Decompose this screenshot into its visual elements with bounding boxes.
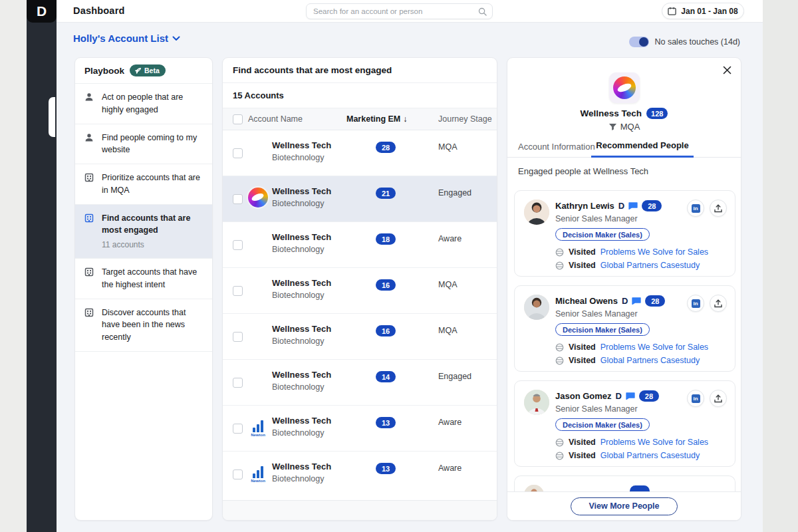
search-box (306, 3, 493, 19)
linkedin-button[interactable]: in (687, 390, 704, 407)
person-card: Micheal Owens D 28 Senior Sales Manager … (514, 285, 735, 372)
linkedin-button[interactable]: in (687, 200, 704, 217)
account-industry: Biotechnology (272, 291, 331, 300)
newton-logo-label: Newton (251, 433, 265, 437)
people-cards: Kathryn Lewis D 28 Senior Sales Manager … (514, 190, 735, 504)
table-row[interactable]: Newton Wellness TechBiotechnology 13 Awa… (223, 452, 497, 497)
playbook-item[interactable]: Target accounts that have the highest in… (75, 258, 212, 299)
playbook-item[interactable]: Prioritize accounts that are in MQA (75, 164, 212, 204)
sales-touches-toggle-label: No sales touches (14d) (654, 37, 740, 47)
row-checkbox[interactable] (233, 378, 243, 388)
visited-page-link[interactable]: Global Partners Casestudy (600, 356, 700, 365)
sales-touches-toggle-group: No sales touches (14d) (629, 37, 740, 47)
date-range-label: Jan 01 - Jan 08 (681, 7, 737, 16)
column-account-name[interactable]: Account Name (248, 114, 303, 124)
toggle-knob (639, 37, 648, 47)
select-all-checkbox[interactable] (233, 114, 243, 124)
linkedin-icon: in (692, 394, 700, 403)
demandbase-icon: D (616, 392, 622, 400)
journey-stage-value: MQA (438, 142, 457, 152)
avatar (524, 390, 549, 415)
sales-touches-toggle[interactable] (629, 37, 649, 47)
person-name: Kathryn Lewis (555, 201, 614, 211)
journey-stage-value: Aware (438, 418, 462, 427)
playbook-item[interactable]: Act on people that are highly engaged (75, 83, 212, 124)
visit-row: Visited Global Partners Casestudy (555, 451, 726, 460)
visited-page-link[interactable]: Global Partners Casestudy (600, 261, 700, 270)
person-name: Jason Gomez (555, 391, 612, 401)
playbook-item[interactable]: Find people coming to my website (75, 124, 212, 164)
building-icon (84, 173, 94, 182)
role-badge: Decision Maker (Sales) (555, 228, 650, 241)
table-row[interactable]: Wellness TechBiotechnology 28 MQA (223, 130, 497, 176)
divider (75, 351, 212, 352)
rocket-icon (134, 67, 142, 74)
marketing-em-badge: 13 (376, 463, 396, 474)
playbook-item-selected[interactable]: Find accounts that are most engaged 11 a… (75, 204, 212, 259)
globe-icon (555, 248, 564, 257)
row-checkbox[interactable] (233, 286, 243, 296)
account-list-dropdown[interactable]: Holly's Account List (73, 33, 180, 44)
playbook-panel: Playbook Beta Act on people that are hig… (74, 57, 213, 521)
table-row-selected[interactable]: Wellness TechBiotechnology 21 Engaged (223, 176, 497, 222)
marketing-em-badge: 18 (376, 233, 396, 245)
column-marketing-em-label: Marketing EM (346, 114, 400, 124)
export-icon (714, 204, 722, 213)
account-name: Wellness Tech (272, 232, 331, 242)
row-checkbox[interactable] (233, 240, 243, 250)
table-row[interactable]: Wellness TechBiotechnology 16 MQA (223, 314, 497, 360)
beta-label: Beta (144, 66, 160, 74)
table-row[interactable]: Wellness TechBiotechnology 14 Engaged (223, 360, 497, 406)
tab-recommended-people[interactable]: Recommended People (591, 135, 694, 158)
table-row[interactable]: Wellness TechBiotechnology 16 MQA (223, 268, 497, 314)
search-input[interactable] (313, 4, 469, 19)
journey-stage-value: Engaged (438, 188, 471, 198)
linkedin-button[interactable]: in (687, 295, 704, 312)
playbook-item-label: Find accounts that are most engaged (102, 213, 190, 235)
visit-row: Visited Global Partners Casestudy (555, 261, 726, 270)
playbook-item-label: Act on people that are highly engaged (102, 92, 183, 114)
row-checkbox[interactable] (233, 424, 243, 434)
table-row[interactable]: Newton Wellness TechBiotechnology 13 Awa… (223, 406, 497, 452)
visited-page-link[interactable]: Problems We Solve for Sales (600, 247, 708, 257)
beta-badge: Beta (130, 65, 166, 76)
visited-page-link[interactable]: Problems We Solve for Sales (600, 342, 708, 352)
visited-page-link[interactable]: Problems We Solve for Sales (600, 438, 708, 447)
export-button[interactable] (710, 200, 727, 217)
account-name: Wellness Tech (272, 278, 331, 288)
column-marketing-em[interactable]: Marketing EM↓ (346, 114, 408, 124)
visited-page-link[interactable]: Global Partners Casestudy (600, 451, 700, 460)
marketing-em-badge: 16 (376, 279, 396, 291)
playbook-item[interactable]: Discover accounts that have been in the … (75, 299, 212, 351)
screen: D Dashboard Jan 01 - Jan 08 Holly's Acco… (0, 0, 798, 532)
desktop-margin-right (763, 0, 798, 532)
person-score-badge: 28 (645, 295, 665, 307)
table-row[interactable]: Wellness TechBiotechnology 18 Aware (223, 222, 497, 268)
person-title: Senior Sales Manager (555, 309, 665, 319)
app-logo[interactable]: D (27, 0, 57, 23)
export-button[interactable] (710, 295, 727, 312)
marketing-em-badge: 21 (376, 188, 396, 199)
person-icon (84, 133, 94, 142)
row-checkbox[interactable] (233, 332, 243, 342)
visit-row: Visited Problems We Solve for Sales (555, 247, 726, 257)
column-journey-stage[interactable]: Journey Stage (438, 114, 492, 124)
row-checkbox[interactable] (233, 194, 243, 204)
row-checkbox[interactable] (233, 469, 243, 479)
export-button[interactable] (710, 390, 727, 407)
account-industry: Biotechnology (272, 382, 331, 392)
date-range-button[interactable]: Jan 01 - Jan 08 (662, 3, 744, 19)
visit-row: Visited Problems We Solve for Sales (555, 342, 726, 352)
account-list-label: Holly's Account List (73, 33, 168, 44)
marketing-em-badge: 13 (376, 417, 396, 428)
globe-icon (555, 261, 564, 270)
playbook-header: Playbook Beta (75, 58, 212, 83)
view-more-people-button[interactable]: View More People (571, 497, 677, 515)
account-detail-logo (507, 72, 741, 103)
account-logo-newton: Newton (248, 417, 268, 437)
avatar (524, 295, 549, 320)
nav-rail (27, 0, 57, 532)
building-icon (84, 267, 94, 277)
sort-desc-icon: ↓ (403, 114, 407, 124)
row-checkbox[interactable] (233, 148, 243, 158)
